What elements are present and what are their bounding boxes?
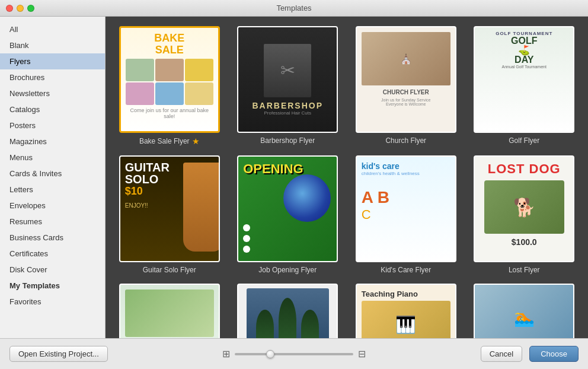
- template-item-barbershop[interactable]: ✂ BARBERSHOP Professional Hair Cuts Barb…: [234, 26, 343, 146]
- sidebar-item-cards-invites[interactable]: Cards & Invites: [0, 166, 105, 182]
- template-thumb-bake-sale: BAKESALE Come join us for our annual bak…: [119, 26, 220, 133]
- template-thumb-guitar-solo: GUITARSOLO $10 ENJOY!!: [119, 155, 220, 262]
- template-item-teaching-piano[interactable]: Teaching Piano 🎹 Private lessons availab…: [351, 284, 461, 338]
- template-label-lost-flyer: Lost Flyer: [509, 266, 540, 274]
- template-item-modern-art[interactable]: 🏊 Gorgeous Modern Apt For Rent Luxury li…: [470, 284, 579, 338]
- large-grid-icon: ⊟: [358, 348, 366, 360]
- template-label-barbershop: Barbershop Flyer: [260, 136, 315, 145]
- bottom-bar: Open Existing Project... ⊞ ⊟ Cancel Choo…: [0, 338, 588, 369]
- slider-thumb[interactable]: [266, 350, 274, 358]
- template-item-bake-sale[interactable]: BAKESALE Come join us for our annual bak…: [115, 26, 224, 146]
- template-item-kids-care[interactable]: kid's care children's health & wellness …: [351, 155, 461, 274]
- window-controls: [6, 5, 34, 12]
- sidebar-item-brochures[interactable]: Brochures: [0, 69, 105, 85]
- template-label-church: Church Flyer: [385, 136, 426, 145]
- open-existing-project-button[interactable]: Open Existing Project...: [9, 346, 108, 362]
- star-icon: ★: [192, 136, 200, 146]
- template-item-photo-exhibition[interactable]: PHOTO EXHIBITION Gallery Opening • June …: [234, 284, 343, 338]
- sidebar-item-magazines[interactable]: Magazines: [0, 133, 105, 149]
- template-thumb-modern-art: 🏊 Gorgeous Modern Apt For Rent Luxury li…: [474, 284, 574, 338]
- sidebar-item-envelopes[interactable]: Envelopes: [0, 198, 105, 214]
- cancel-button[interactable]: Cancel: [481, 346, 522, 362]
- sidebar-item-menus[interactable]: Menus: [0, 149, 105, 166]
- template-item-nursing[interactable]: East Street & Nursing Homes Professional…: [115, 284, 224, 338]
- template-item-job-opening[interactable]: OPENING Job Opening Flyer: [234, 155, 343, 274]
- sidebar-item-resumes[interactable]: Resumes: [0, 214, 105, 230]
- sidebar: AllBlankFlyersBrochuresNewslettersCatalo…: [0, 17, 106, 338]
- sidebar-item-blank[interactable]: Blank: [0, 37, 105, 53]
- size-slider[interactable]: [235, 353, 353, 355]
- template-thumb-job-opening: OPENING: [237, 155, 338, 262]
- template-label-golf: Golf Flyer: [509, 136, 539, 145]
- sidebar-item-catalogs[interactable]: Catalogs: [0, 101, 105, 117]
- template-item-lost-flyer[interactable]: LOST DOG 🐕 $100.0 Lost Flyer: [470, 155, 579, 274]
- sidebar-item-certificates[interactable]: Certificates: [0, 246, 105, 262]
- template-thumb-nursing: East Street & Nursing Homes Professional…: [119, 284, 220, 338]
- template-thumb-lost-flyer: LOST DOG 🐕 $100.0: [474, 155, 574, 262]
- template-label-bake-sale: Bake Sale Flyer★: [139, 136, 200, 146]
- template-item-golf[interactable]: Golf Tournament GOLF⛳DAY Annual Golf Tou…: [470, 26, 579, 146]
- sidebar-item-letters[interactable]: Letters: [0, 182, 105, 198]
- size-slider-container: ⊞ ⊟: [115, 348, 474, 360]
- template-thumb-teaching-piano: Teaching Piano 🎹 Private lessons availab…: [356, 284, 456, 338]
- template-label-job-opening: Job Opening Flyer: [258, 266, 317, 274]
- sidebar-item-newsletters[interactable]: Newsletters: [0, 85, 105, 101]
- minimize-button[interactable]: [17, 5, 24, 12]
- sidebar-item-disk-cover[interactable]: Disk Cover: [0, 262, 105, 278]
- template-thumb-barbershop: ✂ BARBERSHOP Professional Hair Cuts: [237, 26, 338, 133]
- sidebar-item-flyers[interactable]: Flyers: [0, 53, 105, 69]
- main-container: AllBlankFlyersBrochuresNewslettersCatalo…: [0, 17, 588, 338]
- template-label-kids-care: Kid's Care Flyer: [381, 266, 431, 274]
- templates-grid: BAKESALE Come join us for our annual bak…: [115, 26, 579, 338]
- template-item-church[interactable]: ⛪ CHURCH FLYER Join us for Sunday Servic…: [351, 26, 461, 146]
- close-button[interactable]: [6, 5, 13, 12]
- template-label-guitar-solo: Guitar Solo Flyer: [143, 266, 196, 274]
- content-area: BAKESALE Come join us for our annual bak…: [106, 17, 588, 338]
- template-thumb-golf: Golf Tournament GOLF⛳DAY Annual Golf Tou…: [474, 26, 574, 133]
- template-thumb-kids-care: kid's care children's health & wellness …: [356, 155, 456, 262]
- sidebar-item-my-templates[interactable]: My Templates: [0, 278, 105, 294]
- template-thumb-church: ⛪ CHURCH FLYER Join us for Sunday Servic…: [356, 26, 456, 133]
- window-title: Templates: [276, 4, 311, 12]
- template-item-guitar-solo[interactable]: GUITARSOLO $10 ENJOY!! Guitar Solo Flyer: [115, 155, 224, 274]
- title-bar: Templates: [0, 0, 588, 17]
- sidebar-item-posters[interactable]: Posters: [0, 117, 105, 133]
- sidebar-item-all[interactable]: All: [0, 21, 105, 37]
- sidebar-item-business-cards[interactable]: Business Cards: [0, 230, 105, 246]
- template-thumb-photo-exhibition: PHOTO EXHIBITION Gallery Opening • June …: [237, 284, 338, 338]
- small-grid-icon: ⊞: [222, 348, 230, 360]
- choose-button[interactable]: Choose: [529, 346, 579, 362]
- maximize-button[interactable]: [27, 5, 34, 12]
- sidebar-item-favorites[interactable]: Favorites: [0, 294, 105, 310]
